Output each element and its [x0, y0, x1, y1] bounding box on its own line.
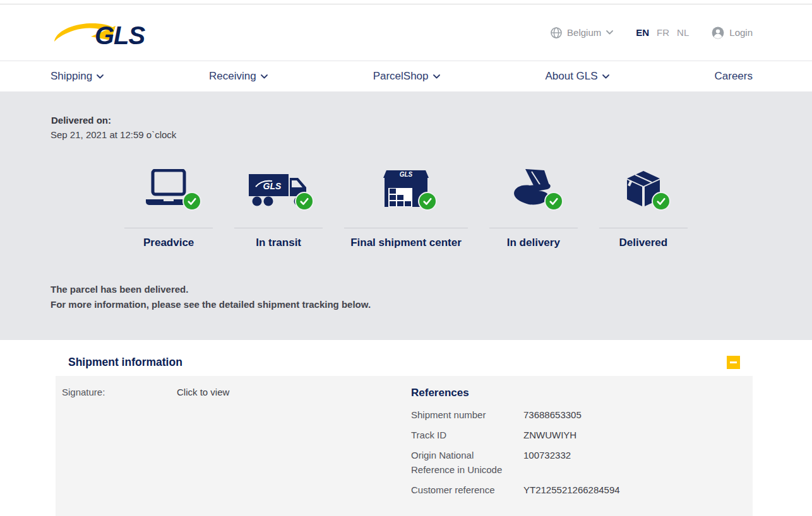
reference-value: 73688653305	[523, 408, 582, 422]
step-divider	[599, 228, 688, 228]
step-divider	[124, 228, 213, 228]
nav-item-parcelshop[interactable]: ParcelShop	[373, 70, 440, 83]
step-in-transit: GLS In transit	[234, 164, 323, 249]
gls-logo-text: GLS	[95, 21, 146, 48]
country-label: Belgium	[567, 27, 601, 38]
reference-value: YT2125521266284594	[523, 483, 620, 497]
step-label: In delivery	[501, 237, 566, 249]
references-title: References	[411, 387, 746, 399]
chevron-down-icon	[602, 74, 609, 79]
shipment-information-panel: Signature: Click to view References Ship…	[56, 376, 753, 516]
reference-row: Origin National Reference in Unicode 100…	[411, 448, 746, 477]
nav-item-careers[interactable]: Careers	[715, 70, 753, 83]
nav-item-receiving[interactable]: Receiving	[209, 70, 268, 83]
step-divider	[489, 228, 578, 228]
svg-text:GLS: GLS	[400, 171, 413, 178]
step-in-delivery: In delivery	[489, 164, 578, 249]
step-label: Delivered	[613, 237, 674, 249]
reference-value: ZNWUWIYH	[523, 428, 576, 442]
chevron-down-icon	[261, 74, 268, 79]
nav-item-shipping[interactable]: Shipping	[51, 70, 104, 83]
reference-label: Customer reference	[411, 483, 523, 497]
hand-parcel-icon	[509, 164, 558, 208]
delivery-message: The parcel has been delivered. For more …	[0, 282, 812, 312]
step-divider	[344, 228, 468, 228]
reference-row: Shipment number 73688653305	[411, 408, 746, 422]
chevron-down-icon	[606, 30, 613, 35]
language-en[interactable]: EN	[636, 27, 649, 38]
depot-icon: GLS	[380, 164, 432, 208]
gls-logo-graphic: GLS	[51, 18, 146, 48]
top-border-line	[0, 0, 812, 4]
login-button[interactable]: Login	[712, 26, 753, 39]
check-icon	[544, 192, 563, 211]
step-label: Preadvice	[137, 237, 200, 249]
signature-block: Signature: Click to view	[62, 387, 411, 516]
nav-label: About GLS	[545, 70, 597, 83]
step-preadvice: Preadvice	[124, 164, 213, 249]
reference-value: 100732332	[523, 448, 571, 477]
user-icon	[712, 26, 724, 39]
reference-row: Customer reference YT2125521266284594	[411, 483, 746, 497]
step-divider	[234, 228, 323, 228]
step-final-shipment-center: GLS Final shipment center	[344, 164, 468, 249]
header: GLS Belgium EN FR NL Login	[0, 4, 812, 61]
nav-label: Receiving	[209, 70, 256, 83]
references-block: References Shipment number 73688653305 T…	[411, 387, 746, 516]
nav-item-about-gls[interactable]: About GLS	[545, 70, 609, 83]
minus-icon	[730, 361, 737, 363]
check-icon	[295, 192, 314, 211]
reference-label: Origin National Reference in Unicode	[411, 448, 523, 477]
delivered-on-label: Delivered on:	[51, 115, 753, 126]
nav-label: Shipping	[51, 70, 92, 83]
language-switcher: EN FR NL	[636, 27, 689, 38]
shipment-information-header: Shipment information	[0, 349, 812, 376]
step-label: Final shipment center	[344, 237, 468, 249]
nav-label: Careers	[715, 70, 753, 83]
check-icon	[182, 192, 201, 211]
reference-label: Track ID	[411, 428, 523, 442]
delivery-message-line2: For more information, please see the det…	[51, 297, 753, 312]
tracking-status-section: Delivered on: Sep 21, 2021 at 12:59 o`cl…	[0, 91, 812, 340]
signature-label: Signature:	[62, 387, 177, 516]
check-icon	[418, 192, 437, 211]
chevron-down-icon	[97, 74, 104, 79]
chevron-down-icon	[433, 74, 440, 79]
reference-row: Track ID ZNWUWIYH	[411, 428, 746, 442]
laptop-icon	[141, 164, 196, 208]
tracking-steps: Preadvice GLS In transi	[0, 164, 812, 249]
header-utilities: Belgium EN FR NL Login	[551, 26, 753, 39]
step-label: In transit	[249, 237, 307, 249]
login-label: Login	[729, 27, 753, 38]
reference-label: Shipment number	[411, 408, 523, 422]
delivery-message-line1: The parcel has been delivered.	[51, 282, 753, 297]
globe-icon	[551, 27, 562, 38]
check-icon	[652, 192, 671, 211]
nav-label: ParcelShop	[373, 70, 429, 83]
signature-view-link[interactable]: Click to view	[177, 387, 229, 516]
language-nl[interactable]: NL	[677, 27, 689, 38]
collapse-button[interactable]	[727, 356, 740, 369]
svg-text:GLS: GLS	[263, 181, 282, 191]
gls-truck-icon: GLS	[248, 164, 309, 208]
parcel-box-icon	[621, 164, 666, 208]
country-selector[interactable]: Belgium	[551, 27, 613, 38]
delivered-on-value: Sep 21, 2021 at 12:59 o`clock	[51, 129, 753, 140]
shipment-information-section: Shipment information Signature: Click to…	[0, 349, 812, 516]
language-fr[interactable]: FR	[657, 27, 669, 38]
shipment-information-title: Shipment information	[68, 356, 182, 369]
step-delivered: Delivered	[599, 164, 688, 249]
gls-logo[interactable]: GLS	[51, 18, 146, 48]
main-navigation: Shipping Receiving ParcelShop About GLS …	[0, 61, 812, 91]
